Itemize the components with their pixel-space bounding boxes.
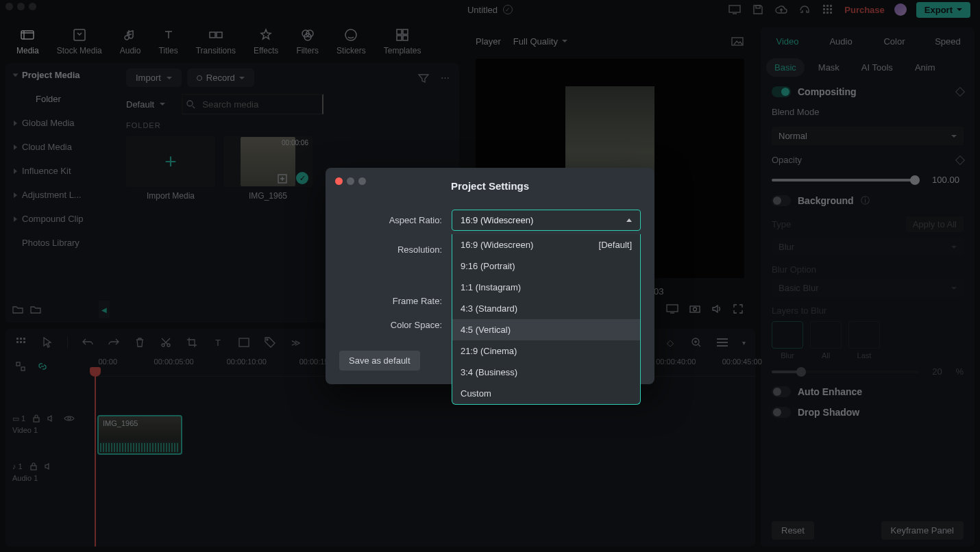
modal-title: Project Settings xyxy=(339,180,641,192)
aspect-option-16-9[interactable]: 16:9 (Widescreen)[Default] xyxy=(452,234,640,255)
chevron-up-icon xyxy=(626,218,632,222)
modal-min-dot xyxy=(347,177,354,185)
aspect-ratio-select[interactable]: 16:9 (Widescreen) xyxy=(452,210,641,231)
aspect-option-3-4[interactable]: 3:4 (Business) xyxy=(452,362,640,383)
colorspace-label: Color Space: xyxy=(339,320,442,330)
aspect-option-9-16[interactable]: 9:16 (Portrait) xyxy=(452,255,640,277)
aspect-option-4-3[interactable]: 4:3 (Standard) xyxy=(452,298,640,319)
default-tag: [Default] xyxy=(599,240,632,250)
aspect-option-4-5[interactable]: 4:5 (Vertical) xyxy=(452,319,640,340)
aspect-option-custom[interactable]: Custom xyxy=(452,383,640,404)
save-default-button[interactable]: Save as default xyxy=(339,351,420,371)
modal-overlay: Project Settings Aspect Ratio: 16:9 (Wid… xyxy=(0,0,980,552)
resolution-label: Resolution: xyxy=(339,244,442,255)
aspect-option-21-9[interactable]: 21:9 (Cinema) xyxy=(452,340,640,362)
modal-close-dot[interactable] xyxy=(335,177,343,185)
aspect-ratio-dropdown: 16:9 (Widescreen)[Default] 9:16 (Portrai… xyxy=(452,234,641,405)
modal-max-dot xyxy=(358,177,366,185)
framerate-label: Frame Rate: xyxy=(339,296,442,306)
aspect-ratio-value: 16:9 (Widescreen) xyxy=(461,215,533,225)
aspect-ratio-label: Aspect Ratio: xyxy=(339,215,442,225)
project-settings-modal: Project Settings Aspect Ratio: 16:9 (Wid… xyxy=(326,168,654,384)
aspect-option-1-1[interactable]: 1:1 (Instagram) xyxy=(452,277,640,298)
